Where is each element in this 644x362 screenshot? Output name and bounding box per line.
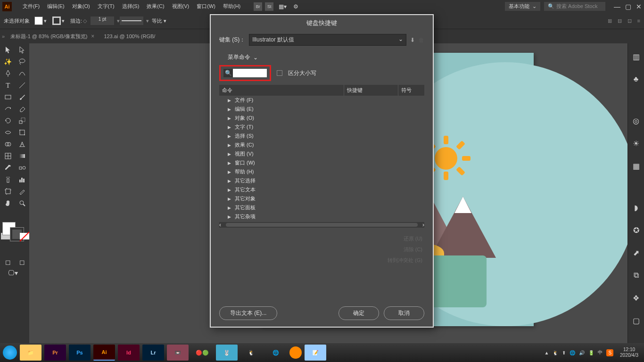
libraries-icon[interactable]: ♣ <box>631 74 641 84</box>
case-sensitive-checkbox[interactable] <box>277 70 282 76</box>
direct-selection-tool[interactable] <box>16 44 30 56</box>
shape-builder-tool[interactable] <box>1 139 15 150</box>
taskbar-indesign[interactable]: Id <box>118 345 140 361</box>
tray-network-icon[interactable]: 🌐 <box>570 350 575 355</box>
menu-file[interactable]: 文件(F) <box>19 3 43 10</box>
line-tool[interactable] <box>16 80 30 91</box>
fill-dropdown[interactable]: ▾ <box>44 18 49 24</box>
panel-menu-icon[interactable]: ≡ <box>637 18 640 24</box>
export-icon[interactable]: ⧉ <box>631 271 641 280</box>
eyedropper-tool[interactable] <box>1 162 15 173</box>
list-item[interactable]: ▶文件 (F) <box>219 96 424 105</box>
list-item[interactable]: ▶其它面板 <box>219 203 424 212</box>
taskbar-illustrator[interactable]: Ai <box>93 345 115 361</box>
taskbar-lightroom[interactable]: Lr <box>142 345 164 361</box>
taskbar-app3[interactable]: 🐰 <box>216 345 238 361</box>
list-item[interactable]: ▶其它杂项 <box>219 212 424 221</box>
export-text-button[interactable]: 导出文本 (E)... <box>219 306 277 320</box>
workspace-switcher[interactable]: 基本功能⌄ <box>505 2 540 11</box>
color-icon[interactable]: ☀ <box>631 139 641 148</box>
taskbar-app1[interactable]: 📼 <box>167 345 189 361</box>
menu-view[interactable]: 视图(V) <box>168 3 193 10</box>
minimize-button[interactable]: — <box>614 3 620 10</box>
artboards-icon[interactable]: ▢ <box>631 316 641 325</box>
brushes-icon[interactable]: ◗ <box>631 203 641 212</box>
symbols-icon[interactable]: ✪ <box>631 225 641 235</box>
taskbar-browser[interactable] <box>3 346 17 360</box>
cc-icon[interactable]: ◎ <box>631 116 641 125</box>
zoom-tool[interactable] <box>16 197 30 209</box>
cancel-button[interactable]: 取消 <box>384 306 424 320</box>
stock-search[interactable]: 🔍 搜索 Adobe Stock <box>544 2 605 11</box>
menu-window[interactable]: 窗口(W) <box>193 3 219 10</box>
column-graph-tool[interactable] <box>16 174 30 185</box>
stroke-weight-input[interactable]: 1 pt <box>91 16 114 25</box>
layers-icon[interactable]: ❖ <box>631 293 641 303</box>
menu-object[interactable]: 对象(O) <box>68 3 94 10</box>
draw-behind[interactable]: ◻ <box>16 256 30 268</box>
mesh-tool[interactable] <box>1 150 15 162</box>
close-icon[interactable]: × <box>91 33 94 40</box>
properties-icon[interactable]: ▥ <box>631 52 641 61</box>
doc-tab-2[interactable]: 123.ai @ 100% (RGB/ <box>99 33 160 39</box>
taskbar-app2[interactable]: 🔴🟢 <box>191 345 213 361</box>
selection-tool[interactable] <box>1 44 15 56</box>
lasso-tool[interactable] <box>16 56 30 67</box>
fill-stroke-control[interactable] <box>1 221 29 244</box>
set-select[interactable]: Illustrator 默认值 ⌄ <box>249 34 406 46</box>
symbol-sprayer-tool[interactable] <box>1 174 15 185</box>
gpu-icon[interactable]: ⚙ <box>291 2 300 11</box>
list-item[interactable]: ▶其它对象 <box>219 194 424 203</box>
shortcut-list[interactable]: ▶文件 (F) ▶编辑 (E) ▶对象 (O) ▶文字 (T) ▶选择 (S) … <box>219 96 424 221</box>
taskbar-app4[interactable] <box>289 346 302 359</box>
type-tool[interactable]: T <box>1 80 15 91</box>
tray-volume-icon[interactable]: 🔊 <box>579 350 585 355</box>
tray-ime-icon[interactable]: 中 <box>598 349 603 356</box>
tab-scroll[interactable]: » <box>0 33 6 39</box>
stroke-panel-icon[interactable]: ⬈ <box>631 248 641 257</box>
taskbar-premiere[interactable]: Pr <box>44 345 66 361</box>
menu-type[interactable]: 文字(T) <box>94 3 118 10</box>
magic-wand-tool[interactable]: ✨ <box>1 56 15 67</box>
width-tool[interactable] <box>1 127 15 138</box>
list-item[interactable]: ▶编辑 (E) <box>219 105 424 114</box>
bridge-icon[interactable]: Br <box>254 2 262 11</box>
eraser-tool[interactable] <box>16 103 30 115</box>
swatches-icon[interactable]: ▦ <box>631 161 641 171</box>
shaper-tool[interactable] <box>1 103 15 115</box>
ok-button[interactable]: 确定 <box>339 306 379 320</box>
tray-qq-icon[interactable]: 🐧 <box>553 350 558 355</box>
scale-tool[interactable] <box>16 115 30 126</box>
list-item[interactable]: ▶其它选择 <box>219 176 424 185</box>
taskbar-chrome[interactable]: 🌐 <box>265 345 287 361</box>
draw-normal[interactable]: ◻ <box>1 256 15 268</box>
tray-icon[interactable]: ⬆ <box>562 350 566 355</box>
stock-icon[interactable]: St <box>265 2 273 11</box>
list-item[interactable]: ▶效果 (C) <box>219 140 424 149</box>
perspective-grid-tool[interactable] <box>16 139 30 150</box>
artboard-tool[interactable] <box>1 186 15 197</box>
curvature-tool[interactable] <box>16 68 30 79</box>
list-item[interactable]: ▶帮助 (H) <box>219 167 424 176</box>
menu-help[interactable]: 帮助(H) <box>219 3 244 10</box>
prefs-icon[interactable]: ⊡ <box>627 18 632 24</box>
stroke-dropdown[interactable]: ▾ <box>62 18 66 24</box>
command-type-select[interactable]: 菜单命令 ⌄ <box>228 53 258 61</box>
menu-edit[interactable]: 编辑(E) <box>43 3 68 10</box>
tray-battery-icon[interactable]: 🔋 <box>588 350 594 355</box>
scale-mode[interactable]: 等比 ▾ <box>152 17 166 25</box>
tray-sogou-icon[interactable]: S <box>606 349 613 356</box>
maximize-button[interactable]: ▢ <box>625 3 631 10</box>
taskbar-clock[interactable]: 12:10 2020/4/3 <box>617 347 641 358</box>
list-item[interactable]: ▶窗口 (W) <box>219 158 424 167</box>
stroke-swatch[interactable] <box>52 16 61 25</box>
list-item[interactable]: ▶对象 (O) <box>219 114 424 123</box>
doc-tab-1[interactable]: 未标题-1 @ 83% (RGB/像素预览) × <box>6 33 99 40</box>
taskbar-notes[interactable]: 📝 <box>305 345 326 361</box>
shortcut-search-input[interactable] <box>233 69 267 77</box>
list-item[interactable]: ▶选择 (S) <box>219 132 424 140</box>
menu-select[interactable]: 选择(S) <box>118 3 143 10</box>
save-set-icon[interactable]: ⬇ <box>410 37 415 43</box>
taskbar-qq[interactable]: 🐧 <box>240 345 262 361</box>
stroke-style-select[interactable] <box>120 16 143 25</box>
